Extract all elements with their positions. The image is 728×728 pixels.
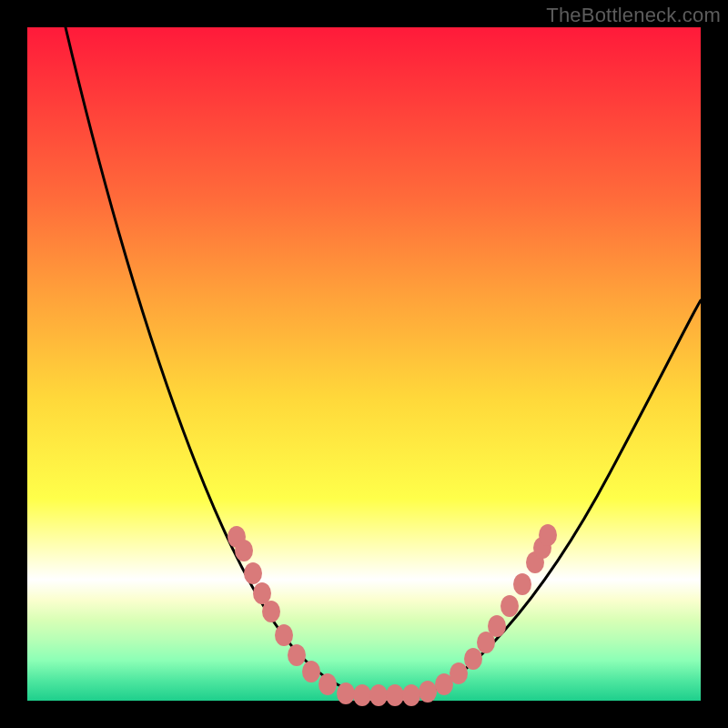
- marker-point: [386, 684, 404, 706]
- plot-area: [27, 27, 701, 701]
- marker-point: [539, 524, 557, 546]
- marker-point: [488, 615, 506, 637]
- marker-point: [288, 644, 306, 666]
- curve-group: [66, 27, 701, 695]
- marker-point: [402, 684, 420, 706]
- marker-point: [353, 684, 371, 706]
- marker-point: [235, 540, 253, 561]
- curve-right-arm: [423, 300, 701, 693]
- marker-point: [262, 601, 280, 622]
- marker-point: [450, 662, 468, 684]
- marker-point: [513, 573, 531, 595]
- marker-point: [253, 582, 271, 604]
- outer-frame: TheBottleneck.com: [0, 0, 728, 728]
- watermark-text: TheBottleneck.com: [546, 4, 721, 27]
- marker-point: [419, 681, 437, 703]
- marker-point: [318, 673, 337, 695]
- marker-point: [244, 562, 262, 584]
- marker-point: [302, 661, 320, 682]
- marker-point: [464, 648, 482, 670]
- marker-group: [228, 524, 557, 706]
- marker-point: [500, 595, 519, 617]
- marker-point: [337, 682, 355, 704]
- chart-svg: [27, 27, 701, 701]
- marker-point: [369, 684, 388, 706]
- curve-left-arm: [66, 27, 359, 693]
- marker-point: [275, 624, 293, 646]
